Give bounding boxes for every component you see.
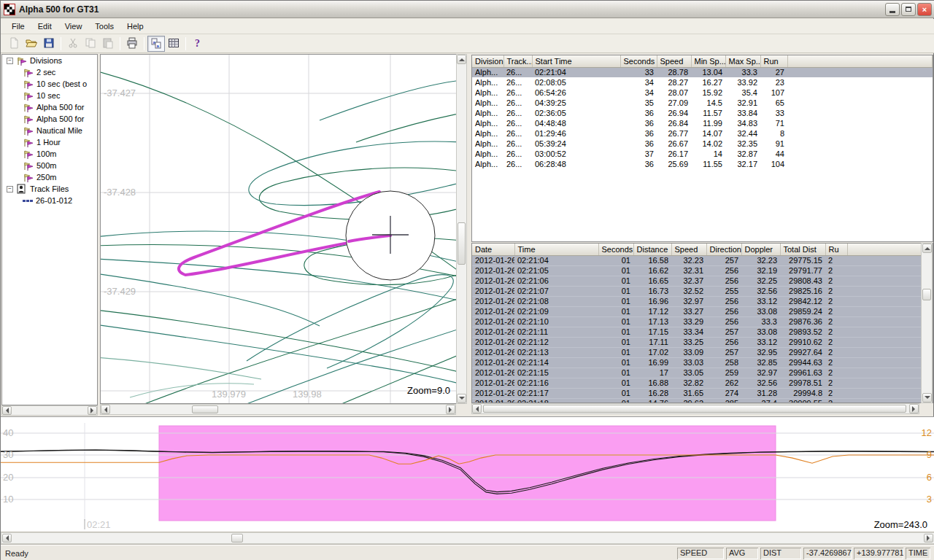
column-header[interactable]: Speed xyxy=(671,244,706,255)
restore-button[interactable] xyxy=(901,3,916,16)
table-row[interactable]: 2012-01-2602:21:060116.6532.3725632.2529… xyxy=(472,276,933,286)
map-vscroll-thumb[interactable] xyxy=(458,222,466,265)
runs-table[interactable]: DivisionTrack...Start TimeSecondsSpeedMi… xyxy=(472,55,933,169)
table-view-button[interactable] xyxy=(165,36,182,52)
table-row[interactable]: Alph...26...02:21:043328.7813.0433.327 xyxy=(472,67,933,77)
table-row[interactable]: Alph...26...01:29:463626.7714.0732.448 xyxy=(472,128,933,139)
menu-file[interactable]: File xyxy=(5,20,31,33)
table-row[interactable]: 2012-01-2602:21:120117.1133.2525633.1229… xyxy=(472,337,933,347)
menu-help[interactable]: Help xyxy=(120,20,150,33)
paste-button[interactable] xyxy=(99,36,117,52)
table-row[interactable]: Alph...26...06:54:263428.0715.9235.4107 xyxy=(472,88,933,98)
tree-item-division-4[interactable]: Alpha 500 for xyxy=(2,113,97,125)
table-row[interactable]: 2012-01-2602:21:140116.9933.0325832.8529… xyxy=(472,357,933,368)
chart-scroll-left-button[interactable] xyxy=(2,534,12,542)
column-header[interactable]: Min Sp... xyxy=(691,55,725,67)
map-scroll-right-button[interactable] xyxy=(446,405,455,414)
column-header[interactable]: Seconds xyxy=(598,244,633,255)
table-row[interactable]: 2012-01-2602:21:050116.6232.3125632.1929… xyxy=(472,265,933,276)
table-row[interactable]: Alph...26...04:48:483626.8411.9934.8371 xyxy=(472,118,933,128)
table-row[interactable]: 2012-01-2602:21:080116.9632.9725633.1229… xyxy=(472,296,933,306)
collapse-toggle[interactable]: − xyxy=(7,186,13,192)
cut-button[interactable] xyxy=(64,36,82,52)
tree-item-division-1[interactable]: 10 sec (best o xyxy=(2,78,97,90)
menu-edit[interactable]: Edit xyxy=(31,20,58,33)
points-scroll-down-button[interactable] xyxy=(922,393,932,402)
table-row[interactable]: 2012-01-2602:21:070116.7332.5225532.5629… xyxy=(472,286,933,296)
column-header[interactable]: Doppler xyxy=(741,244,780,255)
tree-item-division-9[interactable]: 250m xyxy=(2,171,97,183)
print-button[interactable] xyxy=(123,36,141,52)
column-header[interactable]: Run xyxy=(760,55,787,67)
column-header[interactable]: Start Time xyxy=(532,55,620,67)
table-row[interactable]: Alph...26...02:08:053428.2716.2733.9223 xyxy=(472,77,933,88)
points-hscroll-thumb[interactable] xyxy=(483,405,906,413)
chart-horizontal-scrollbar[interactable] xyxy=(1,532,934,544)
open-folder-button[interactable] xyxy=(23,36,40,52)
tree-item-track-file-0[interactable]: 26-01-012 xyxy=(2,195,97,206)
table-row[interactable]: 2012-01-2602:21:15011733.0525932.9729961… xyxy=(472,368,933,378)
tree-scroll-right-button[interactable] xyxy=(88,406,97,415)
chart-hscroll-thumb[interactable] xyxy=(231,534,243,542)
map-scroll-up-button[interactable] xyxy=(457,55,466,64)
column-header[interactable]: Seconds xyxy=(620,55,657,67)
menu-tools[interactable]: Tools xyxy=(88,20,120,33)
trackpoints-table[interactable]: DateTimeSecondsDistanceSpeedDirectionDop… xyxy=(472,244,933,403)
table-row[interactable]: 2012-01-2602:21:040116.5832.2325732.2329… xyxy=(472,255,933,265)
track-map[interactable] xyxy=(101,55,456,403)
tree-item-division-7[interactable]: 100m xyxy=(2,148,97,160)
close-button[interactable]: × xyxy=(917,3,932,16)
table-row[interactable]: 2012-01-2602:21:110117.1533.3425733.0829… xyxy=(472,327,933,337)
tree-horizontal-scrollbar[interactable] xyxy=(1,405,98,416)
speed-chart-panel[interactable]: 40 30 20 10 12 9 6 3 02:21 Zoom=243.0 xyxy=(1,416,934,532)
tree-node-divisions[interactable]: −Divisions xyxy=(2,55,97,66)
table-row[interactable]: Alph...26...06:28:483625.6911.5532.17104 xyxy=(472,159,933,169)
collapse-toggle[interactable]: − xyxy=(7,58,13,64)
tree-node-track-files[interactable]: −Track Files xyxy=(2,183,97,195)
table-row[interactable]: 2012-01-2602:21:100117.1333.2925633.3298… xyxy=(472,316,933,327)
map-vertical-scrollbar[interactable] xyxy=(456,54,467,404)
column-header[interactable]: Ru xyxy=(825,244,847,255)
table-row[interactable]: Alph...26...02:36:053626.9411.5733.8433 xyxy=(472,108,933,118)
points-vertical-scrollbar[interactable] xyxy=(921,243,933,403)
view-toggle-button[interactable]: aa xyxy=(147,36,165,52)
tree-scroll-left-button[interactable] xyxy=(2,406,12,415)
map-horizontal-scrollbar[interactable] xyxy=(100,404,456,415)
column-header[interactable]: Distance xyxy=(633,244,671,255)
column-header[interactable]: Direction xyxy=(706,244,741,255)
new-file-button[interactable] xyxy=(5,36,23,52)
column-header[interactable]: Total Dist xyxy=(780,244,825,255)
tree-item-division-5[interactable]: Nautical Mile xyxy=(2,125,97,136)
points-scroll-right-button[interactable] xyxy=(909,404,919,413)
chart-scroll-right-button[interactable] xyxy=(924,534,933,542)
copy-button[interactable] xyxy=(82,36,99,52)
table-row[interactable]: 2012-01-2602:21:170116.2831.6527431.2829… xyxy=(472,388,933,398)
tree-item-division-3[interactable]: Alpha 500 for xyxy=(2,101,97,113)
column-header[interactable]: Time xyxy=(514,244,598,255)
column-header[interactable]: Division xyxy=(472,55,503,67)
table-row[interactable]: Alph...26...03:00:523726.171432.8744 xyxy=(472,149,933,159)
tree-item-division-8[interactable]: 500m xyxy=(2,160,97,171)
column-header[interactable]: Max Sp... xyxy=(725,55,760,67)
map-hscroll-thumb[interactable] xyxy=(192,405,218,413)
table-row[interactable]: 2012-01-2602:21:160116.8832.8226232.5629… xyxy=(472,378,933,388)
minimize-button[interactable] xyxy=(885,3,900,16)
track-map-panel[interactable]: -37.427 -37.428 -37.429 139.979 139.98 Z… xyxy=(100,54,457,404)
table-row[interactable]: 2012-01-2602:21:180114.7629.6228527.4300… xyxy=(472,398,933,403)
points-vscroll-thumb[interactable] xyxy=(922,289,931,300)
column-header[interactable]: Track... xyxy=(503,55,532,67)
points-scroll-up-button[interactable] xyxy=(922,244,932,253)
column-header[interactable]: Date xyxy=(472,244,514,255)
help-button[interactable]: ? xyxy=(189,36,207,52)
tree-item-division-6[interactable]: 1 Hour xyxy=(2,136,97,148)
map-scroll-down-button[interactable] xyxy=(457,394,466,403)
tree-item-division-2[interactable]: 10 sec xyxy=(2,90,97,101)
run-selection-region[interactable] xyxy=(159,426,776,521)
menu-view[interactable]: View xyxy=(58,20,89,33)
table-row[interactable]: 2012-01-2602:21:090117.1233.2725633.0829… xyxy=(472,306,933,316)
map-scroll-left-button[interactable] xyxy=(101,405,110,414)
column-header[interactable]: Speed xyxy=(657,55,691,67)
save-button[interactable] xyxy=(40,36,58,52)
points-horizontal-scrollbar[interactable] xyxy=(471,403,919,414)
table-row[interactable]: Alph...26...05:39:243626.6714.0232.3591 xyxy=(472,139,933,149)
